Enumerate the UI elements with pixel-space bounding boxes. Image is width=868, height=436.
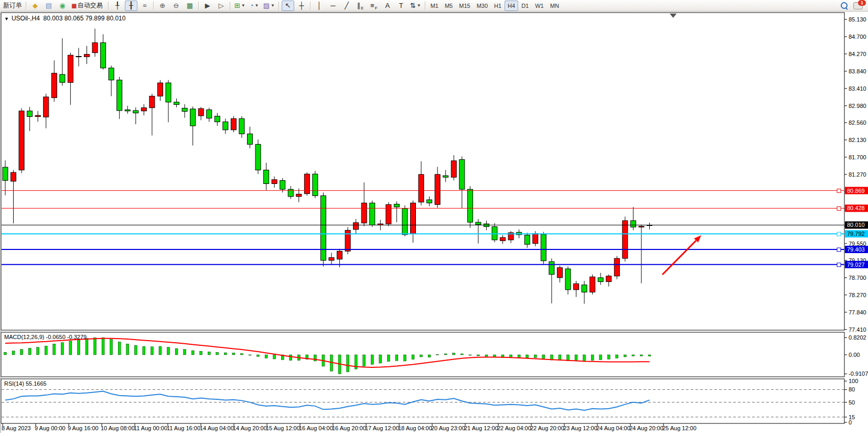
candle-body	[451, 161, 456, 177]
macd-histogram-bar	[143, 346, 145, 355]
candle-body	[419, 175, 424, 202]
candle-body	[280, 180, 285, 189]
timeframe-button-m30[interactable]: M30	[474, 1, 491, 11]
text-label-icon[interactable]: T	[395, 1, 408, 11]
timeframe-button-h4[interactable]: H4	[505, 1, 518, 11]
candlestick-chart-icon[interactable]: ╂	[125, 1, 137, 11]
macd-histogram-bar	[387, 355, 390, 362]
auto-trading-button[interactable]: ◼自动交易	[70, 1, 106, 11]
toolbar-separator	[108, 2, 109, 10]
candle-body	[500, 237, 506, 241]
timeframe-button-w1[interactable]: W1	[532, 1, 547, 11]
arrows-icon[interactable]: ⇅▼	[409, 1, 423, 11]
market-watch-icon[interactable]: ◆	[29, 1, 41, 11]
macd-histogram-bar	[412, 355, 414, 359]
timeframe-button-m5[interactable]: M5	[442, 1, 456, 11]
candle-body	[394, 204, 399, 207]
macd-histogram-bar	[632, 355, 635, 356]
dropdown-arrow-icon: ▼	[417, 3, 421, 8]
candle-body	[598, 278, 603, 282]
chart-title: ▼USOil-,H4 80.003 80.065 79.899 80.010	[4, 15, 125, 22]
time-axis[interactable]	[1, 423, 844, 433]
zoom-in-icon[interactable]: ⊕	[156, 1, 169, 11]
candle-body	[174, 102, 179, 105]
macd-histogram-bar	[640, 355, 642, 356]
macd-histogram-bar	[134, 345, 137, 355]
candle-body	[231, 118, 236, 129]
new-order-button[interactable]: 新订单	[2, 1, 24, 11]
price-axis[interactable]	[844, 13, 868, 423]
macd-histogram-bar	[4, 352, 7, 355]
level-line-handle[interactable]	[837, 206, 841, 210]
crosshair-icon[interactable]: ┼	[295, 1, 308, 11]
toolbar-separator	[310, 2, 311, 10]
timeframe-button-mn[interactable]: MN	[547, 1, 562, 11]
candle-body	[272, 180, 277, 184]
candle-body	[149, 96, 155, 107]
chart-window: ▼USOil-,H4 80.003 80.065 79.899 80.010 8…	[0, 12, 868, 436]
macd-histogram-bar	[208, 352, 210, 355]
data-window-icon[interactable]: ▤	[42, 1, 55, 11]
vertical-line-icon[interactable]: │	[313, 1, 326, 11]
candle-body	[44, 97, 49, 117]
level-line-handle[interactable]	[837, 232, 841, 236]
macd-histogram-bar	[126, 344, 129, 355]
notifications-icon[interactable]: 1	[853, 2, 863, 9]
macd-histogram-bar	[526, 355, 529, 358]
templates-icon[interactable]: ▨▼	[262, 1, 276, 11]
candle-body	[386, 204, 391, 224]
candle-body	[109, 68, 114, 80]
macd-histogram-bar	[265, 355, 267, 358]
level-line-handle[interactable]	[837, 248, 841, 252]
macd-histogram-bar	[290, 355, 292, 361]
level-line-handle[interactable]	[837, 263, 841, 267]
trendline-icon[interactable]: ╱	[340, 1, 353, 11]
chart-shift-icon[interactable]: ▷	[215, 1, 228, 11]
line-chart-icon[interactable]: ≈	[138, 1, 151, 11]
equidistant-channel-icon[interactable]: ∥E	[354, 1, 367, 11]
timeframe-button-m15[interactable]: M15	[456, 1, 473, 11]
macd-histogram-bar	[85, 339, 88, 355]
fibonacci-icon[interactable]: ≡F	[368, 1, 380, 11]
macd-histogram-bar	[403, 355, 406, 361]
dropdown-arrow-icon: ▼	[255, 3, 259, 8]
macd-histogram-bar	[167, 347, 170, 355]
candle-body	[435, 175, 440, 204]
macd-histogram-bar	[460, 354, 463, 355]
sound-alert-icon[interactable]: ◉	[56, 1, 69, 11]
candle-body	[639, 226, 644, 227]
candle-body	[574, 284, 579, 289]
cursor-icon[interactable]: ↖	[282, 1, 294, 11]
bar-chart-icon[interactable]: ╀	[111, 1, 124, 11]
periods-icon[interactable]: ◔▼	[248, 1, 261, 11]
macd-histogram-bar	[314, 355, 316, 361]
chart-dropdown-icon[interactable]: ▼	[4, 16, 9, 21]
chart-shift-marker-icon[interactable]	[670, 14, 677, 18]
macd-histogram-bar	[45, 346, 47, 355]
macd-histogram-bar	[216, 352, 219, 355]
macd-histogram-bar	[477, 355, 479, 356]
search-icon[interactable]	[841, 2, 848, 9]
timeframe-button-d1[interactable]: D1	[518, 1, 532, 11]
level-line-handle[interactable]	[837, 189, 841, 193]
candle-body	[329, 258, 334, 260]
auto-scroll-icon[interactable]: ▶	[201, 1, 214, 11]
chart-ohlc-values: 80.003 80.065 79.899 80.010	[44, 15, 126, 22]
new-chart-icon[interactable]: ⊞▼	[233, 1, 247, 11]
candle-body	[590, 277, 595, 292]
macd-histogram-bar	[37, 347, 39, 355]
macd-histogram-bar	[616, 355, 618, 358]
horizontal-line-icon[interactable]: ─	[327, 1, 339, 11]
tile-windows-icon[interactable]: ▦	[184, 1, 196, 11]
candle-body	[68, 55, 73, 82]
macd-histogram-bar	[151, 347, 153, 355]
toolbar-separator	[26, 2, 27, 10]
arrow-annotation[interactable]	[662, 241, 696, 275]
timeframe-button-h1[interactable]: H1	[491, 1, 505, 11]
timeframe-button-m1[interactable]: M1	[427, 1, 442, 11]
zoom-out-icon[interactable]: ⊖	[170, 1, 183, 11]
macd-histogram-bar	[53, 344, 56, 355]
candle-body	[402, 209, 408, 235]
candle-body	[117, 80, 122, 111]
text-icon[interactable]: A	[381, 1, 394, 11]
